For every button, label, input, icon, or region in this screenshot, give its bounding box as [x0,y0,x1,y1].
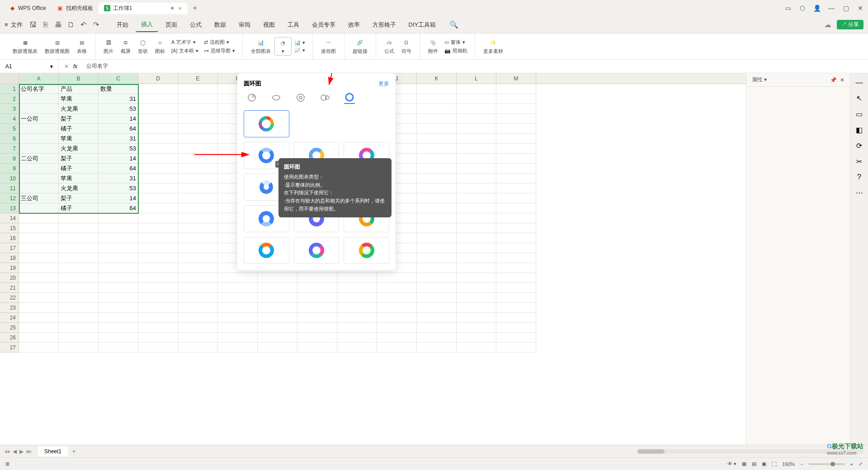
cell[interactable] [297,303,337,313]
cell[interactable] [178,94,218,104]
cell[interactable]: 梨子 [59,193,99,203]
status-mode-icon[interactable]: ⊞ [5,461,9,467]
cell[interactable] [19,134,59,144]
cell[interactable] [496,193,536,203]
cell[interactable] [496,303,536,313]
save-icon[interactable]: 🖫 [29,21,37,29]
view-page-icon[interactable]: ▤ [752,461,756,467]
cell[interactable] [457,263,496,273]
workbook-tab[interactable]: S 工作簿1 ✕ [99,3,188,14]
cell[interactable] [457,174,496,183]
cell[interactable]: 31 [99,174,138,183]
more-material-button[interactable]: ✨更多素材 [480,37,507,56]
cell[interactable] [457,144,496,154]
preview-icon[interactable]: 🗋 [67,21,75,29]
cell[interactable] [99,213,138,223]
cloud-icon[interactable]: ☁ [824,20,831,29]
cell[interactable]: 14 [99,193,138,203]
cell[interactable] [417,263,457,273]
fx-icon[interactable]: fx [73,63,77,70]
cell[interactable] [496,233,536,243]
cell[interactable]: 苹果 [59,94,99,104]
zoom-slider[interactable] [809,463,845,465]
print-icon[interactable]: 🖶 [54,21,62,29]
cell[interactable] [457,333,496,343]
ring-tab-icon[interactable] [344,93,355,104]
chart-template[interactable] [294,237,340,264]
cell[interactable] [496,124,536,134]
cell[interactable] [457,253,496,263]
cell[interactable] [178,134,218,144]
cell[interactable] [19,164,59,174]
close-icon[interactable]: ✕ [856,4,864,12]
cell[interactable] [218,313,258,323]
textbox-button[interactable]: [A]文本框 ▾ [171,47,198,54]
cell[interactable]: 数量 [99,84,138,94]
sparkline-button[interactable]: 〰迷你图 [317,37,340,56]
prev-sheet-icon[interactable]: ◀ [13,448,17,455]
cell[interactable] [19,233,59,243]
cell[interactable] [138,193,178,203]
cell[interactable] [417,94,457,104]
cell[interactable] [337,343,377,352]
chart-template[interactable] [244,237,289,264]
mindmap-button[interactable]: ⊶思维导图 ▾ [204,47,235,54]
cell[interactable] [138,114,178,124]
cell[interactable] [337,283,377,293]
expand-icon[interactable]: ⤢ [859,461,863,467]
cell[interactable] [496,263,536,273]
row-header[interactable]: 9 [0,164,19,174]
col-header-A[interactable]: A [19,73,59,84]
cell[interactable] [59,293,99,303]
cell[interactable] [19,144,59,154]
row-header[interactable]: 27 [0,343,19,352]
cell[interactable] [19,174,59,183]
cell[interactable] [99,303,138,313]
app-tab[interactable]: ◆ WPS Office [4,3,52,13]
cell[interactable] [138,213,178,223]
camera-button[interactable]: 📷照相机 [444,47,467,54]
share-button[interactable]: ↗ 分享 [837,20,863,29]
cell[interactable] [417,303,457,313]
view-eye-icon[interactable]: 👁 ▾ [727,461,736,467]
cell[interactable] [417,124,457,134]
cell[interactable] [457,223,496,233]
cell[interactable] [138,273,178,283]
cell[interactable] [138,233,178,243]
shapes-button[interactable]: ◯形状 [134,37,151,56]
cell[interactable] [218,333,258,343]
cell[interactable] [258,293,297,303]
close-tab-icon[interactable]: ✕ [178,6,182,11]
cell[interactable] [138,333,178,343]
cell[interactable] [417,164,457,174]
cell[interactable] [178,164,218,174]
row-header[interactable]: 4 [0,114,19,124]
cell[interactable] [178,104,218,114]
style-icon[interactable]: ▭ [856,110,863,118]
cell[interactable] [417,213,457,223]
all-charts-button[interactable]: 📊全部图表 [247,37,274,56]
cell[interactable] [457,104,496,114]
symbol-button[interactable]: Ω符号 [398,37,415,56]
cell[interactable] [496,223,536,233]
cell[interactable] [218,323,258,333]
cell[interactable]: 火龙果 [59,104,99,114]
row-header[interactable]: 12 [0,193,19,203]
cell[interactable]: 64 [99,203,138,213]
chart-template[interactable] [344,237,389,264]
cell[interactable]: 火龙果 [59,144,99,154]
row-header[interactable]: 26 [0,333,19,343]
row-header[interactable]: 15 [0,223,19,233]
cell[interactable] [417,343,457,352]
cell[interactable]: 产品 [59,84,99,94]
last-sheet-icon[interactable]: ⏭ [26,448,32,455]
cell[interactable] [377,333,417,343]
cell[interactable] [457,114,496,124]
select-all-cell[interactable] [0,73,19,84]
pivot-chart-button[interactable]: ▥数据透视图 [41,37,73,56]
cell[interactable] [178,183,218,193]
col-header-K[interactable]: K [417,73,457,84]
cell[interactable] [178,223,218,233]
cell[interactable] [138,203,178,213]
cell[interactable] [496,243,536,253]
